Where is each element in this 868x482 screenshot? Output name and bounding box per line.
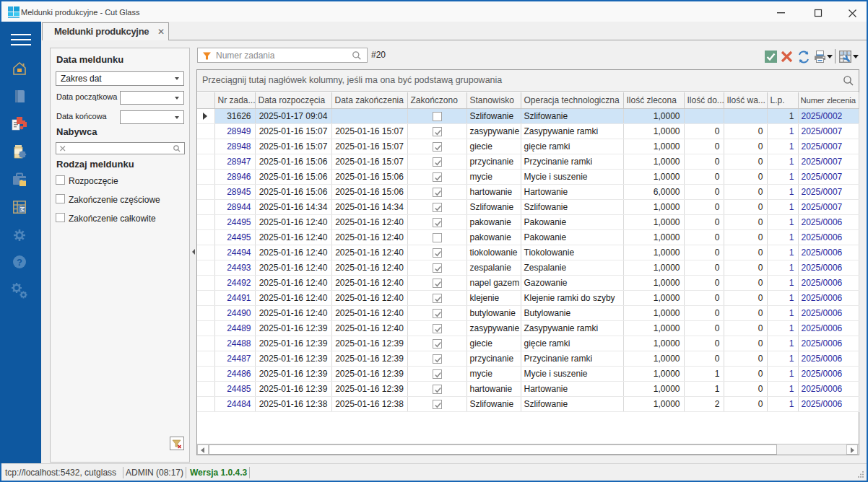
svg-text:?: ? (17, 257, 22, 268)
